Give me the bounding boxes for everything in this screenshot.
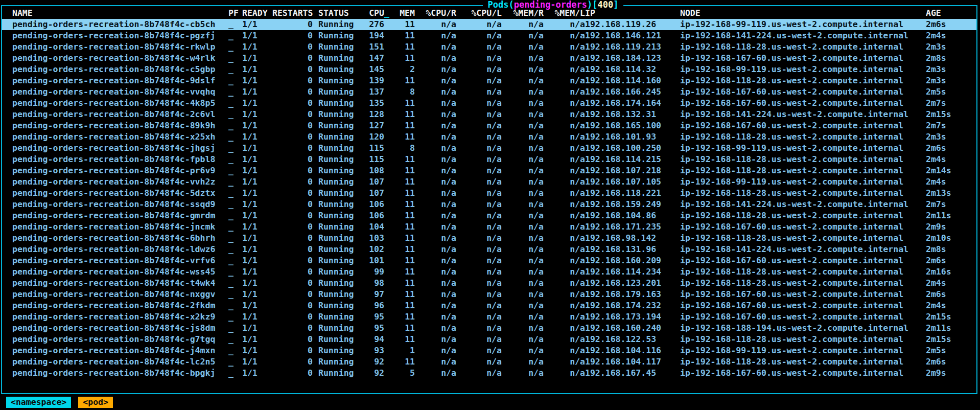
pod-cpu-limit-pct: n/a xyxy=(456,98,502,109)
pod-ip: 192.168.107.218 xyxy=(585,165,680,176)
col-header-age[interactable]: AGE xyxy=(926,8,976,19)
pod-status: Running xyxy=(313,41,367,53)
pod-status: Running xyxy=(313,221,367,233)
pod-ready: 1/1 xyxy=(242,334,272,345)
pod-mem: 11 xyxy=(384,188,415,199)
pod-row[interactable]: pending-orders-recreation-8b748f4c-wss45… xyxy=(2,266,976,278)
pod-row[interactable]: pending-orders-recreation-8b748f4c-jhgsj… xyxy=(2,143,976,154)
pod-row[interactable]: pending-orders-recreation-8b748f4c-89k9h… xyxy=(2,120,976,131)
pod-ready: 1/1 xyxy=(242,289,272,300)
pod-status: Running xyxy=(313,289,367,300)
pod-port-forward: _ xyxy=(228,53,242,64)
pod-mem-request-pct: n/a xyxy=(502,176,544,188)
pod-ready: 1/1 xyxy=(242,188,272,199)
pod-mem: 11 xyxy=(384,278,415,289)
pod-ready: 1/1 xyxy=(242,41,272,53)
pod-cpu-request-pct: n/a xyxy=(415,41,456,53)
pod-row[interactable]: pending-orders-recreation-8b748f4c-6bhrh… xyxy=(2,233,976,244)
col-header-mem-l[interactable]: %MEM/L xyxy=(544,8,585,19)
pod-ip: 192.168.160.209 xyxy=(585,255,680,266)
pod-mem-limit-pct: n/a xyxy=(544,199,585,210)
pod-row[interactable]: pending-orders-recreation-8b748f4c-2c6vl… xyxy=(2,109,976,120)
pod-mem-limit-pct: n/a xyxy=(544,131,585,143)
col-header-restarts[interactable]: RESTARTS xyxy=(272,8,313,19)
pod-row[interactable]: pending-orders-recreation-8b748f4c-w4rlk… xyxy=(2,53,976,64)
pod-mem-request-pct: n/a xyxy=(502,289,544,300)
pod-row[interactable]: pending-orders-recreation-8b748f4c-4k8p5… xyxy=(2,98,976,109)
col-header-name[interactable]: NAME xyxy=(12,8,228,19)
pod-mem-request-pct: n/a xyxy=(502,98,544,109)
pod-row[interactable]: pending-orders-recreation-8b748f4c-9dslf… xyxy=(2,75,976,86)
pod-node: ip-192-168-118-28.us-west-2.compute.inte… xyxy=(680,188,926,199)
pod-mem-limit-pct: n/a xyxy=(544,30,585,41)
pod-cpu-request-pct: n/a xyxy=(415,300,456,311)
pod-cpu-request-pct: n/a xyxy=(415,210,456,221)
pod-row[interactable]: pending-orders-recreation-8b748f4c-vvqhq… xyxy=(2,86,976,98)
pod-row[interactable]: pending-orders-recreation-8b748f4c-vvh2z… xyxy=(2,176,976,188)
pod-age: 2m9s xyxy=(926,221,976,233)
pod-row[interactable]: pending-orders-recreation-8b748f4c-js8dm… xyxy=(2,323,976,334)
pod-restarts: 0 xyxy=(272,289,313,300)
pod-row[interactable]: pending-orders-recreation-8b748f4c-ssqd9… xyxy=(2,199,976,210)
pod-restarts: 0 xyxy=(272,356,313,368)
pod-row[interactable]: pending-orders-recreation-8b748f4c-fpbl8… xyxy=(2,154,976,165)
pod-age: 2m15s xyxy=(926,109,976,120)
col-header-pf[interactable]: PF xyxy=(228,8,242,19)
col-header-cpu-l[interactable]: %CPU/L xyxy=(456,8,502,19)
pod-row[interactable]: pending-orders-recreation-8b748f4c-5dztx… xyxy=(2,188,976,199)
pod-row[interactable]: pending-orders-recreation-8b748f4c-vrfv6… xyxy=(2,255,976,266)
pod-cpu-limit-pct: n/a xyxy=(456,244,502,255)
pod-ip: 192.168.104.86 xyxy=(585,210,680,221)
crumb-namespace[interactable]: <namespace> xyxy=(6,397,71,408)
pod-mem-limit-pct: n/a xyxy=(544,300,585,311)
pod-row[interactable]: pending-orders-recreation-8b748f4c-2fkdm… xyxy=(2,300,976,311)
pod-mem-request-pct: n/a xyxy=(502,334,544,345)
pod-mem-request-pct: n/a xyxy=(502,278,544,289)
crumb-pod[interactable]: <pod> xyxy=(78,397,113,408)
pod-row[interactable]: pending-orders-recreation-8b748f4c-bpgkj… xyxy=(2,368,976,379)
pods-panel: Pods(pending-orders)[400] NAME PF READY … xyxy=(1,5,977,394)
breadcrumb: <namespace> <pod> xyxy=(6,397,113,408)
pod-ip: 192.168.179.163 xyxy=(585,289,680,300)
pod-node: ip-192-168-167-60.us-west-2.compute.inte… xyxy=(680,289,926,300)
pod-restarts: 0 xyxy=(272,131,313,143)
pod-row[interactable]: pending-orders-recreation-8b748f4c-nxggv… xyxy=(2,289,976,300)
pod-cpu-limit-pct: n/a xyxy=(456,199,502,210)
pod-ready: 1/1 xyxy=(242,323,272,334)
pod-cpu: 276 xyxy=(367,19,384,30)
col-header-mem-r[interactable]: %MEM/R xyxy=(502,8,544,19)
pod-row[interactable]: pending-orders-recreation-8b748f4c-rkwlp… xyxy=(2,41,976,53)
pod-row[interactable]: pending-orders-recreation-8b748f4c-x25xh… xyxy=(2,131,976,143)
pod-row[interactable]: pending-orders-recreation-8b748f4c-cb5ch… xyxy=(2,19,976,30)
pod-row[interactable]: pending-orders-recreation-8b748f4c-j4mxn… xyxy=(2,345,976,356)
col-header-cpu-r[interactable]: %CPU/R xyxy=(415,8,456,19)
pod-row[interactable]: pending-orders-recreation-8b748f4c-lc2n5… xyxy=(2,356,976,368)
pod-mem-request-pct: n/a xyxy=(502,154,544,165)
pod-mem-request-pct: n/a xyxy=(502,131,544,143)
col-header-node[interactable]: NODE xyxy=(680,8,926,19)
pod-row[interactable]: pending-orders-recreation-8b748f4c-t4wk4… xyxy=(2,278,976,289)
pod-row[interactable]: pending-orders-recreation-8b748f4c-c5gbp… xyxy=(2,64,976,75)
pod-ready: 1/1 xyxy=(242,266,272,278)
pod-port-forward: _ xyxy=(228,165,242,176)
pod-restarts: 0 xyxy=(272,266,313,278)
pod-row[interactable]: pending-orders-recreation-8b748f4c-pr6v9… xyxy=(2,165,976,176)
pod-row[interactable]: pending-orders-recreation-8b748f4c-g7tgq… xyxy=(2,334,976,345)
pod-mem: 11 xyxy=(384,323,415,334)
pod-cpu: 135 xyxy=(367,98,384,109)
pod-cpu: 115 xyxy=(367,143,384,154)
col-header-status[interactable]: STATUS xyxy=(313,8,367,19)
pod-row[interactable]: pending-orders-recreation-8b748f4c-ldwz6… xyxy=(2,244,976,255)
pod-port-forward: _ xyxy=(228,210,242,221)
pod-row[interactable]: pending-orders-recreation-8b748f4c-gmrdm… xyxy=(2,210,976,221)
pod-age: 2m4s xyxy=(926,176,976,188)
pod-ip: 192.168.104.116 xyxy=(585,345,680,356)
pod-row[interactable]: pending-orders-recreation-8b748f4c-x2kz9… xyxy=(2,311,976,323)
pod-row[interactable]: pending-orders-recreation-8b748f4c-pgzfj… xyxy=(2,30,976,41)
pod-row[interactable]: pending-orders-recreation-8b748f4c-jncmk… xyxy=(2,221,976,233)
col-header-ip[interactable]: IP xyxy=(585,8,680,19)
pod-age: 2m5s xyxy=(926,345,976,356)
col-header-ready[interactable]: READY xyxy=(242,8,272,19)
pod-status: Running xyxy=(313,278,367,289)
col-header-cpu[interactable]: CPU_ xyxy=(367,8,384,19)
